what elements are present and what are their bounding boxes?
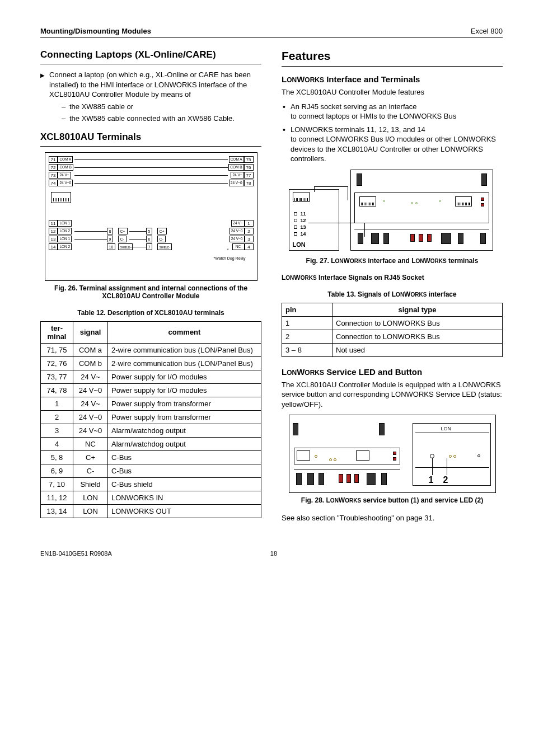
term-76: 76 [244, 164, 254, 171]
callout-2: 2 [443, 475, 448, 485]
term-12: 12 [49, 228, 58, 234]
term-71: 71 [49, 156, 58, 163]
table-row: 4NCAlarm/watchdog output [41, 437, 261, 450]
th-signal-type: signal type [332, 303, 503, 316]
th-comment: comment [108, 321, 261, 343]
watchdog-label: *Watch Dog Relay [214, 256, 246, 260]
connect-step: Connect a laptop (on which e.g., XL-Onli… [40, 70, 261, 124]
connect-option-1: the XW885 cable or [62, 102, 261, 112]
term-7: 7 [146, 243, 153, 250]
table-row: 3 – 8Not used [282, 343, 503, 356]
heading-service-led: LONWORKS Service LED and Button [282, 367, 503, 377]
rule [40, 146, 261, 147]
term-74: 74 [49, 180, 58, 186]
term-3: 3 [245, 236, 254, 242]
table-row: 5, 8C+C-Bus [41, 450, 261, 464]
term-78: 78 [244, 180, 254, 186]
rj45-socket-icon [356, 450, 369, 461]
th-signal: signal [73, 321, 108, 343]
service-button-icon [430, 454, 434, 458]
term-5: 5 [146, 228, 153, 234]
rj45-interface-icon [455, 196, 472, 206]
term-6: 6 [146, 236, 153, 242]
rj45-socket-icon [297, 450, 310, 461]
table-row: 1Connection to LONWORKS Bus [282, 316, 503, 330]
term-13: 13 [49, 236, 58, 242]
rule [40, 64, 261, 64]
table-13: pin signal type 1Connection to LONWORKS … [282, 303, 503, 357]
footer-page-number: 18 [112, 550, 435, 557]
term-2: 2 [245, 228, 254, 234]
figure-28: LON 1 2 [282, 415, 503, 493]
table-row: 11, 12LONLONWORKS IN [41, 491, 261, 504]
header-bar: Mounting/Dismounting Modules Excel 800 [40, 27, 503, 38]
heading-features: Features [282, 49, 503, 63]
term-72: 72 [49, 164, 58, 171]
iface-bullet-2: LONWORKS terminals 11, 12, 13, and 14 to… [282, 125, 503, 164]
service-led-icon [477, 454, 480, 457]
figure-26: 71COM A 72COM B 7324 V~ 7424 V~0 75COM A… [40, 152, 261, 281]
table-13-caption: Table 13. Signals of LONWORKS interface [282, 290, 503, 298]
table-row: 6, 9C-C-Bus [41, 464, 261, 477]
callout-1: 1 [429, 475, 434, 485]
table-row: 73, 7724 V~Power supply for I/O modules [41, 370, 261, 383]
watchdog-star: * [227, 248, 229, 252]
th-pin: pin [282, 303, 332, 316]
rj45-socket-icon [51, 192, 71, 203]
rule [282, 66, 503, 67]
rj45-socket-icon [293, 192, 310, 202]
header-left: Mounting/Dismounting Modules [40, 27, 151, 35]
footer: EN1B-0410GE51 R0908A 18 [40, 550, 503, 557]
term-8: 8 [107, 228, 114, 234]
heading-connecting-laptops: Connecting Laptops (XL-Online/CARE) [40, 49, 261, 60]
led-paragraph: The XCL8010AU Controller Module is equip… [282, 380, 503, 410]
term-14: 14 [49, 243, 58, 250]
figure-27: 11 12 13 14 LON [282, 170, 503, 253]
term-11: 11 [49, 220, 58, 227]
term-73: 73 [49, 172, 58, 179]
iface-bullet-1: An RJ45 socket serving as an interface t… [282, 102, 503, 121]
term-4: 4 [245, 243, 254, 250]
header-right: Excel 800 [471, 27, 503, 35]
table-12-caption: Table 12. Description of XCL8010AU termi… [40, 309, 261, 317]
figure-28-caption: Fig. 28. LONWORKS service button (1) and… [282, 496, 503, 504]
table-row: 224 V~0Power supply from transformer [41, 410, 261, 424]
heading-xcl-terminals: XCL8010AU Terminals [40, 132, 261, 143]
iface-intro: The XCL8010AU Controller Module features [282, 87, 503, 97]
table-row: 2Connection to LONWORKS Bus [282, 330, 503, 343]
figure-27-caption: Fig. 27. LONWORKS interface and LONWORKS… [282, 257, 503, 265]
rj45-interface-icon [359, 196, 376, 206]
lon-label: LON [293, 241, 306, 248]
term-1: 1 [245, 220, 254, 227]
th-terminal: ter-minal [41, 321, 73, 343]
term-10: 10 [107, 243, 116, 250]
connect-intro: Connect a laptop (on which e.g., XL-Onli… [49, 71, 251, 98]
term-77: 77 [244, 172, 254, 179]
table-row: 7, 10ShieldC-Bus shield [41, 477, 261, 491]
table-12: ter-minal signal comment 71, 75COM a2-wi… [40, 321, 261, 518]
table-row: 324 V~0Alarm/watchdog output [41, 424, 261, 437]
heading-rj45-signals: LONWORKS Interface Signals on RJ45 Socke… [282, 274, 503, 281]
figure-26-caption: Fig. 26. Terminal assignment and interna… [40, 284, 261, 300]
footer-left: EN1B-0410GE51 R0908A [40, 550, 112, 557]
heading-lonworks-interface: LONWORKS Interface and Terminals [282, 74, 503, 84]
table-row: 74, 7824 V~0Power supply for I/O modules [41, 383, 261, 397]
see-also: See also section "Troubleshooting" on pa… [282, 513, 503, 523]
lon-label: LON [441, 426, 452, 431]
table-row: 13, 14LONLONWORKS OUT [41, 504, 261, 518]
table-row: 71, 75COM a2-wire communication bus (LON… [41, 343, 261, 356]
table-row: 124 V~Power supply from transformer [41, 397, 261, 410]
term-75: 75 [244, 156, 254, 163]
table-row: 72, 76COM b2-wire communication bus (LON… [41, 356, 261, 370]
term-9: 9 [107, 236, 114, 242]
connect-option-2: the XW585 cable connected with an XW586 … [62, 114, 261, 124]
